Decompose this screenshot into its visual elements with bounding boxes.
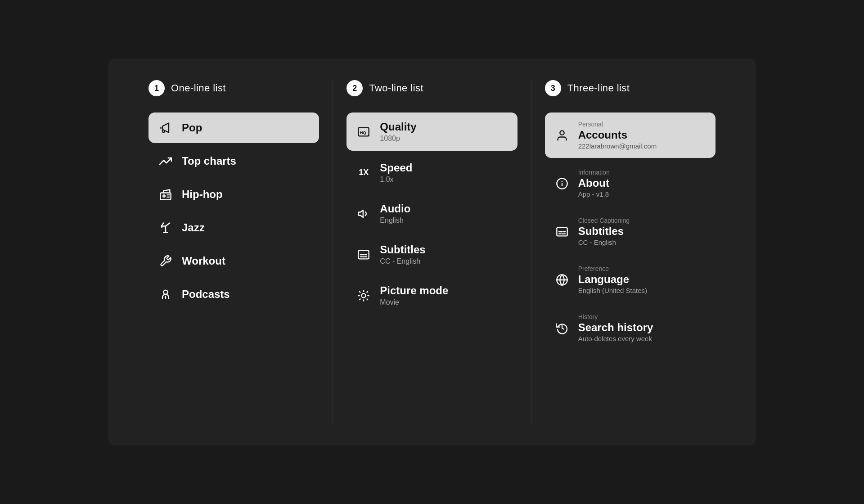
search-history-top: History xyxy=(578,313,653,320)
badge-1: 1 xyxy=(148,80,165,96)
search-history-sub: Auto-deletes every week xyxy=(578,335,653,342)
hip-hop-label: Hip-hop xyxy=(182,188,223,201)
list-item-subtitles[interactable]: Subtitles CC - English xyxy=(346,235,517,274)
picture-mode-main: Picture mode xyxy=(380,284,448,297)
quality-text: Quality 1080p xyxy=(380,121,416,143)
list-item-accounts[interactable]: Personal Accounts 222larabrown@gmail.com xyxy=(545,112,716,158)
speed-text: Speed 1.0x xyxy=(380,162,412,184)
svg-line-23 xyxy=(360,299,360,300)
speed-sub: 1.0x xyxy=(380,176,412,184)
top-charts-label: Top charts xyxy=(182,155,236,167)
picture-mode-sub: Movie xyxy=(380,298,448,306)
svg-text:HQ: HQ xyxy=(360,130,366,135)
subtitles-three-text: Closed Captioning Subtitles CC - English xyxy=(578,217,630,246)
language-main: Language xyxy=(578,273,647,286)
search-history-text: History Search history Auto-deletes ever… xyxy=(578,313,653,342)
about-main: About xyxy=(578,177,610,189)
cocktail-icon xyxy=(158,220,173,235)
list-item-speed[interactable]: 1X Speed 1.0x xyxy=(346,153,517,192)
list-item-search-history[interactable]: History Search history Auto-deletes ever… xyxy=(545,305,716,351)
svg-point-25 xyxy=(560,130,564,135)
history-icon xyxy=(555,321,569,335)
podcasts-label: Podcasts xyxy=(182,288,230,301)
list-item-workout[interactable]: Workout xyxy=(148,246,319,276)
column-one-header: 1 One-line list xyxy=(148,80,319,96)
cc-icon xyxy=(555,225,569,239)
accounts-top: Personal xyxy=(578,121,657,128)
audio-icon xyxy=(356,207,371,221)
audio-text: Audio English xyxy=(380,202,410,225)
subtitles-three-main: Subtitles xyxy=(578,225,630,238)
speed-main: Speed xyxy=(380,162,412,174)
column-one-line: 1 One-line list Pop Top charts xyxy=(135,80,333,424)
hd-icon: HQ xyxy=(356,125,371,139)
column-two-line: 2 Two-line list HQ Quality 1080p 1X Spee… xyxy=(333,80,531,424)
about-top: Information xyxy=(578,169,610,176)
jazz-label: Jazz xyxy=(182,221,205,234)
svg-line-19 xyxy=(360,291,360,292)
workout-label: Workout xyxy=(182,255,225,267)
list-item-jazz[interactable]: Jazz xyxy=(148,212,319,243)
list-item-about[interactable]: Information About App - v1.8 xyxy=(545,161,716,206)
quality-sub: 1080p xyxy=(380,135,416,143)
badge-2: 2 xyxy=(346,80,363,96)
svg-point-16 xyxy=(362,293,366,297)
person-icon xyxy=(555,128,569,143)
column-two-header: 2 Two-line list xyxy=(346,80,517,96)
column-one-title: One-line list xyxy=(171,82,226,94)
svg-line-20 xyxy=(367,299,368,300)
quality-main: Quality xyxy=(380,121,416,133)
search-history-main: Search history xyxy=(578,321,653,334)
subtitles-text: Subtitles CC - English xyxy=(380,243,425,266)
info-icon xyxy=(555,176,569,191)
list-item-audio[interactable]: Audio English xyxy=(346,194,517,233)
picture-mode-text: Picture mode Movie xyxy=(380,284,448,306)
svg-point-1 xyxy=(163,195,165,197)
accounts-main: Accounts xyxy=(578,129,657,141)
audio-sub: English xyxy=(380,216,410,225)
subtitles-sub: CC - English xyxy=(380,257,425,266)
list-item-subtitles-three[interactable]: Closed Captioning Subtitles CC - English xyxy=(545,209,716,254)
audio-main: Audio xyxy=(380,202,410,215)
svg-point-6 xyxy=(163,290,167,294)
1x-icon: 1X xyxy=(356,168,371,177)
list-item-quality[interactable]: HQ Quality 1080p xyxy=(346,112,517,151)
subtitles-three-top: Closed Captioning xyxy=(578,217,630,224)
language-top: Preference xyxy=(578,265,647,272)
column-three-title: Three-line list xyxy=(567,82,630,94)
trending-up-icon xyxy=(158,154,173,168)
subtitles-icon xyxy=(356,248,371,262)
pop-label: Pop xyxy=(182,122,202,134)
tools-icon xyxy=(158,254,173,268)
about-text: Information About App - v1.8 xyxy=(578,169,610,198)
accounts-sub: 222larabrown@gmail.com xyxy=(578,142,657,150)
globe-icon xyxy=(555,273,569,287)
list-item-hip-hop[interactable]: Hip-hop xyxy=(148,179,319,210)
svg-marker-10 xyxy=(359,210,364,217)
list-item-picture-mode[interactable]: Picture mode Movie xyxy=(346,276,517,315)
language-text: Preference Language English (United Stat… xyxy=(578,265,647,294)
podcast-icon xyxy=(158,287,173,302)
svg-rect-0 xyxy=(160,193,171,200)
subtitles-three-sub: CC - English xyxy=(578,238,630,246)
list-item-pop[interactable]: Pop xyxy=(148,112,319,143)
svg-line-24 xyxy=(367,291,368,292)
about-sub: App - v1.8 xyxy=(578,190,610,198)
language-sub: English (United States) xyxy=(578,287,647,294)
subtitles-main: Subtitles xyxy=(380,243,425,256)
radio-icon xyxy=(158,187,173,202)
list-item-top-charts[interactable]: Top charts xyxy=(148,146,319,176)
column-three-line: 3 Three-line list Personal Accounts 222l… xyxy=(531,80,729,424)
main-container: 1 One-line list Pop Top charts xyxy=(108,58,756,446)
column-two-title: Two-line list xyxy=(369,82,423,94)
column-three-header: 3 Three-line list xyxy=(545,80,716,96)
accounts-text: Personal Accounts 222larabrown@gmail.com xyxy=(578,121,657,150)
picture-mode-icon xyxy=(356,288,371,303)
list-item-language[interactable]: Preference Language English (United Stat… xyxy=(545,257,716,302)
badge-3: 3 xyxy=(545,80,561,96)
list-item-podcasts[interactable]: Podcasts xyxy=(148,279,319,310)
megaphone-icon xyxy=(158,121,173,135)
